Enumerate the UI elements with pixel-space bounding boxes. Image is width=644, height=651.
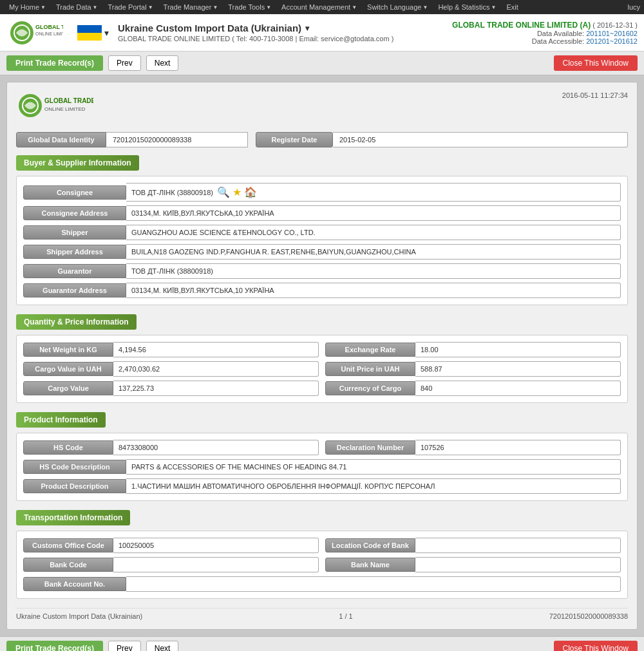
company-logo: GLOBAL TRADE ONLINE LIMITED xyxy=(6,18,64,47)
consignee-address-value: 03134,М. КИЇВ,ВУЛ.ЯКУТСЬКА,10 УКРАЇНА xyxy=(126,205,621,221)
bank-name-value xyxy=(415,557,621,572)
top-navigation: My Home ▼ Trade Data ▼ Trade Portal ▼ Tr… xyxy=(0,0,644,14)
cargo-value-field: Cargo Value 137,225.73 xyxy=(23,381,319,396)
declaration-number-value: 107526 xyxy=(415,440,621,455)
ukraine-flag xyxy=(77,25,102,41)
cargo-value-currency-row: Cargo Value 137,225.73 Currency of Cargo… xyxy=(23,381,621,396)
buyer-supplier-body: Consignee ТОВ ДТ-ЛІНК (38800918) 🔍 ★ 🏠 C… xyxy=(16,176,628,305)
data-accessible-link[interactable]: 201201~201612 xyxy=(586,37,638,45)
pagination-id: 72012015020000089338 xyxy=(549,612,628,620)
hs-code-value: 8473308000 xyxy=(113,440,319,455)
customs-office-field: Customs Office Code 100250005 xyxy=(23,538,319,553)
shipper-field-row: Shipper GUANGZHOU AOJE SCIENCE &TEHNOLOG… xyxy=(23,225,621,240)
nav-account-management[interactable]: Account Management ▼ xyxy=(276,3,362,11)
currency-cargo-value: 840 xyxy=(415,381,621,396)
hs-code-label: HS Code xyxy=(23,440,113,455)
product-section: Product Information HS Code 8473308000 D… xyxy=(16,412,628,501)
prev-button[interactable]: Prev xyxy=(108,55,141,71)
data-available-link[interactable]: 201101~201602 xyxy=(586,30,638,37)
nav-switch-language[interactable]: Switch Language ▼ xyxy=(362,3,433,11)
guarantor-address-label: Guarantor Address xyxy=(23,283,126,297)
cargo-uah-field: Cargo Value in UAH 2,470,030.62 xyxy=(23,361,319,377)
data-accessible-row: Data Accessible: 201201~201612 xyxy=(452,37,638,45)
page-title: Ukraine Custom Import Data (Ukrainian) ▾ xyxy=(118,23,393,33)
nav-trade-portal[interactable]: Trade Portal ▼ xyxy=(103,3,158,11)
logo-area: GLOBAL TRADE ONLINE LIMITED xyxy=(6,18,64,47)
bank-code-value xyxy=(113,557,319,572)
home-icon[interactable]: 🏠 xyxy=(244,186,257,198)
svg-text:ONLINE LIMITED: ONLINE LIMITED xyxy=(44,106,86,112)
prod-desc-value: 1.ЧАСТИНИ МАШИН АВТОМАТИЧНОГО ОБРОБЛЕННЯ… xyxy=(126,478,621,494)
customs-location-row: Customs Office Code 100250005 Location C… xyxy=(23,538,621,553)
bank-account-field-row: Bank Account No. xyxy=(23,576,621,592)
hs-code-field: HS Code 8473308000 xyxy=(23,440,319,455)
customs-office-value: 100250005 xyxy=(113,538,319,553)
bank-name-field: Bank Name xyxy=(325,557,621,572)
title-dropdown-icon[interactable]: ▾ xyxy=(305,24,309,33)
user-name: lucy xyxy=(627,3,640,11)
header-subtitle: GLOBAL TRADE ONLINE LIMITED ( Tel: 400-7… xyxy=(118,35,393,42)
svg-text:GLOBAL TRADE: GLOBAL TRADE xyxy=(35,24,63,30)
chevron-down-icon: ▼ xyxy=(266,5,271,10)
print-button[interactable]: Print Trade Record(s) xyxy=(6,55,103,71)
search-icon[interactable]: 🔍 xyxy=(217,186,230,198)
net-weight-value: 4,194.56 xyxy=(113,342,319,357)
pagination-source: Ukraine Custom Import Data (Ukrainian) xyxy=(16,612,142,620)
cargo-uah-label: Cargo Value in UAH xyxy=(23,362,113,376)
bank-code-field: Bank Code xyxy=(23,557,319,572)
net-weight-label: Net Weight in KG xyxy=(23,343,113,357)
net-weight-field: Net Weight in KG 4,194.56 xyxy=(23,342,319,357)
net-weight-exchange-row: Net Weight in KG 4,194.56 Exchange Rate … xyxy=(23,342,621,357)
shipper-address-field-row: Shipper Address BUILA,N18 GAOZENG IND.P,… xyxy=(23,244,621,259)
bottom-toolbar: Print Trade Record(s) Prev Next Close Th… xyxy=(0,636,644,651)
bank-code-label: Bank Code xyxy=(23,558,113,572)
declaration-number-label: Declaration Number xyxy=(325,440,415,455)
guarantor-label: Guarantor xyxy=(23,264,126,278)
shipper-value: GUANGZHOU AOJE SCIENCE &TEHNOLOGY CO., L… xyxy=(126,225,621,240)
nav-exit[interactable]: Exit xyxy=(501,3,523,11)
chevron-down-icon: ▼ xyxy=(422,5,428,10)
data-available-row: Data Available: 201101~201602 xyxy=(452,30,638,37)
register-date-value: 2015-02-05 xyxy=(333,132,628,147)
chevron-down-icon: ▼ xyxy=(93,5,98,10)
svg-rect-5 xyxy=(77,33,102,41)
nav-trade-data[interactable]: Trade Data ▼ xyxy=(51,3,103,11)
bank-account-value xyxy=(126,576,621,592)
svg-text:ONLINE LIMITED: ONLINE LIMITED xyxy=(35,32,63,36)
next-button[interactable]: Next xyxy=(146,55,179,71)
product-header: Product Information xyxy=(16,412,106,428)
consignee-icons: 🔍 ★ 🏠 xyxy=(217,186,257,198)
cargo-uah-unit-price-row: Cargo Value in UAH 2,470,030.62 Unit Pri… xyxy=(23,361,621,377)
consignee-value: ТОВ ДТ-ЛІНК (38800918) 🔍 ★ 🏠 xyxy=(126,183,621,202)
prev-button-bottom[interactable]: Prev xyxy=(108,641,141,651)
global-data-identity-value: 72012015020000089338 xyxy=(106,132,248,147)
register-date-label: Register Date xyxy=(256,132,333,147)
close-button-bottom[interactable]: Close This Window xyxy=(554,641,638,651)
next-button-bottom[interactable]: Next xyxy=(146,641,179,651)
record-header: GLOBAL TRADE ONLINE LIMITED 2016-05-11 1… xyxy=(16,91,628,126)
close-button[interactable]: Close This Window xyxy=(554,55,638,71)
print-button-bottom[interactable]: Print Trade Record(s) xyxy=(6,641,103,651)
location-bank-value xyxy=(415,538,621,553)
pagination-row: Ukraine Custom Import Data (Ukrainian) 1… xyxy=(16,608,628,620)
main-content: GLOBAL TRADE ONLINE LIMITED 2016-05-11 1… xyxy=(0,75,644,636)
record-datetime: 2016-05-11 11:27:34 xyxy=(562,91,628,99)
quantity-price-body: Net Weight in KG 4,194.56 Exchange Rate … xyxy=(16,335,628,403)
cargo-value-label: Cargo Value xyxy=(23,381,113,395)
record-logo: GLOBAL TRADE ONLINE LIMITED xyxy=(16,91,93,126)
quantity-price-header: Quantity & Price Information xyxy=(16,314,137,330)
nav-trade-tools[interactable]: Trade Tools ▼ xyxy=(223,3,276,11)
nav-trade-manager[interactable]: Trade Manager ▼ xyxy=(158,3,223,11)
nav-help-statistics[interactable]: Help & Statistics ▼ xyxy=(433,3,501,11)
star-icon[interactable]: ★ xyxy=(232,186,242,198)
nav-my-home[interactable]: My Home ▼ xyxy=(4,3,51,11)
guarantor-field-row: Guarantor ТОВ ДТ-ЛІНК (38800918) xyxy=(23,263,621,279)
currency-cargo-label: Currency of Cargo xyxy=(325,381,415,395)
chevron-down-icon: ▼ xyxy=(213,5,218,10)
flag-dropdown[interactable]: ▾ xyxy=(104,28,109,38)
cargo-uah-value: 2,470,030.62 xyxy=(113,361,319,377)
svg-text:GLOBAL TRADE: GLOBAL TRADE xyxy=(44,97,93,104)
cargo-value-value: 137,225.73 xyxy=(113,381,319,396)
transportation-body: Customs Office Code 100250005 Location C… xyxy=(16,531,628,599)
hs-desc-field-row: HS Code Description PARTS & ACCESSORIES … xyxy=(23,459,621,475)
